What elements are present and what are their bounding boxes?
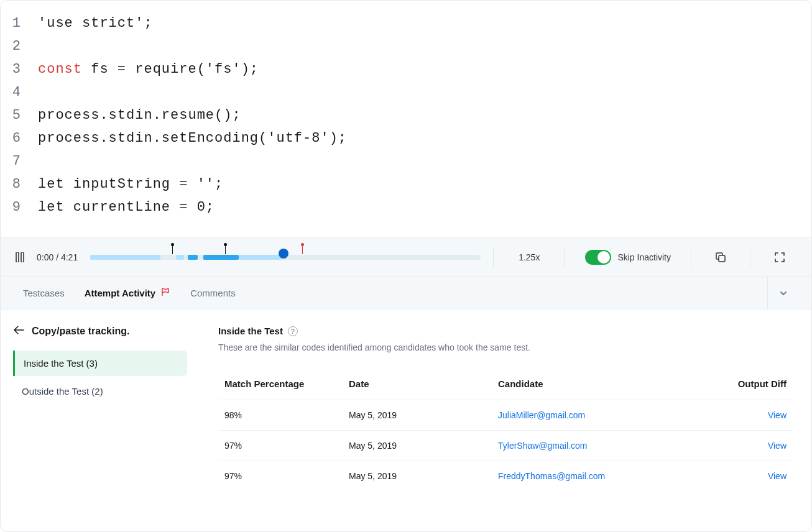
line-number: 8 — [1, 173, 38, 196]
playback-track[interactable] — [90, 251, 481, 264]
table-row: 97% May 5, 2019 FreddyThomas@gmail.com V… — [218, 461, 793, 491]
view-diff-link[interactable]: View — [724, 471, 787, 481]
col-header-match: Match Percentage — [224, 378, 349, 389]
line-number: 7 — [1, 150, 38, 173]
copy-icon[interactable] — [704, 252, 737, 263]
cell-date: May 5, 2019 — [349, 441, 498, 451]
col-header-diff: Output Diff — [724, 378, 787, 389]
col-header-candidate: Candidate — [498, 378, 724, 389]
cell-match: 98% — [224, 410, 349, 420]
flag-icon — [160, 287, 170, 299]
view-diff-link[interactable]: View — [724, 441, 787, 451]
playback-time: 0:00 / 4:21 — [37, 252, 78, 262]
cell-match: 97% — [224, 471, 349, 481]
panel-title: Copy/paste tracking. — [32, 326, 129, 337]
svg-rect-3 — [719, 255, 725, 262]
playback-speed[interactable]: 1.25x — [506, 252, 552, 262]
back-arrow-icon[interactable] — [13, 326, 24, 337]
code-editor: 1'use strict'; 2 3const fs = require('fs… — [1, 1, 811, 237]
cell-date: May 5, 2019 — [349, 410, 498, 420]
svg-rect-0 — [16, 252, 19, 262]
code-text: const fs = require('fs'); — [38, 58, 259, 81]
playback-knob[interactable] — [279, 249, 288, 259]
col-header-date: Date — [349, 378, 498, 389]
sidebar-item-inside-test[interactable]: Inside the Test (3) — [13, 351, 187, 376]
tabs-bar: Testcases Attempt Activity Comments — [1, 277, 811, 310]
timeline-marker — [172, 245, 173, 254]
line-number: 4 — [1, 81, 38, 104]
code-text: process.stdin.setEncoding('utf-8'); — [38, 127, 347, 150]
view-diff-link[interactable]: View — [724, 410, 787, 420]
code-text: process.stdin.resume(); — [38, 104, 241, 127]
sidebar-item-outside-test[interactable]: Outside the Test (2) — [13, 378, 187, 404]
code-text: let currentLine = 0; — [38, 196, 215, 219]
candidate-link[interactable]: FreddyThomas@gmail.com — [498, 471, 724, 481]
line-number: 9 — [1, 196, 38, 219]
help-icon[interactable]: ? — [288, 326, 298, 336]
tab-attempt-activity[interactable]: Attempt Activity — [75, 287, 180, 299]
divider — [691, 247, 691, 268]
candidate-link[interactable]: JuliaMiller@gmail.com — [498, 410, 724, 420]
line-number: 3 — [1, 58, 38, 81]
skip-inactivity-label: Skip Inactivity — [617, 252, 671, 262]
playback-bar: 0:00 / 4:21 1.25x Skip Inactivity — [1, 237, 811, 277]
code-text: let inputString = ''; — [38, 173, 223, 196]
code-text: 'use strict'; — [38, 12, 153, 35]
line-number: 6 — [1, 127, 38, 150]
svg-rect-1 — [21, 252, 24, 262]
table-row: 97% May 5, 2019 TylerShaw@gmail.com View — [218, 430, 793, 461]
timeline-marker — [225, 245, 226, 254]
main-panel: Inside the Test ? These are the similar … — [200, 310, 811, 531]
tab-testcases[interactable]: Testcases — [13, 288, 75, 298]
line-number: 1 — [1, 12, 38, 35]
divider — [565, 247, 565, 268]
side-panel: Copy/paste tracking. Inside the Test (3)… — [1, 310, 200, 531]
pause-icon[interactable] — [16, 252, 24, 262]
tab-comments[interactable]: Comments — [180, 288, 246, 298]
line-number: 2 — [1, 35, 38, 58]
section-title: Inside the Test — [218, 326, 283, 336]
cell-match: 97% — [224, 441, 349, 451]
section-description: These are the similar codes identified a… — [218, 342, 793, 352]
line-number: 5 — [1, 104, 38, 127]
collapse-panel-button[interactable] — [767, 277, 799, 309]
divider — [750, 247, 750, 268]
skip-inactivity-toggle[interactable] — [585, 250, 611, 265]
fullscreen-icon[interactable] — [763, 252, 796, 263]
cell-date: May 5, 2019 — [349, 471, 498, 481]
candidate-link[interactable]: TylerShaw@gmail.com — [498, 441, 724, 451]
matches-table: Match Percentage Date Candidate Output D… — [218, 369, 793, 491]
timeline-marker-flag — [302, 245, 303, 254]
table-row: 98% May 5, 2019 JuliaMiller@gmail.com Vi… — [218, 400, 793, 430]
divider — [493, 247, 494, 268]
